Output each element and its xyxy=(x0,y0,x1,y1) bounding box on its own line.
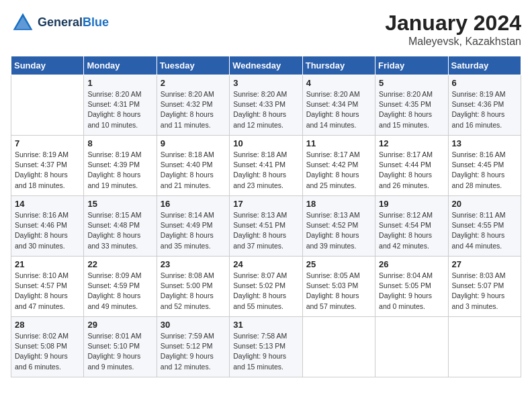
day-number: 21 xyxy=(15,259,80,269)
day-info: Sunrise: 8:20 AM Sunset: 4:31 PM Dayligh… xyxy=(87,89,152,130)
day-number: 26 xyxy=(379,259,444,269)
weekday-header-sunday: Sunday xyxy=(11,56,84,75)
day-info: Sunrise: 8:20 AM Sunset: 4:32 PM Dayligh… xyxy=(161,89,226,130)
day-number: 24 xyxy=(233,259,298,269)
day-number: 13 xyxy=(452,138,517,148)
day-number: 29 xyxy=(87,320,152,330)
calendar-cell xyxy=(302,317,375,377)
day-number: 12 xyxy=(379,138,444,148)
month-title: January 2024 xyxy=(385,11,521,36)
weekday-header-tuesday: Tuesday xyxy=(157,56,229,75)
logo-icon xyxy=(11,11,35,35)
day-number: 25 xyxy=(306,259,371,269)
day-info: Sunrise: 8:10 AM Sunset: 4:57 PM Dayligh… xyxy=(15,271,80,312)
calendar-cell: 4Sunrise: 8:20 AM Sunset: 4:34 PM Daylig… xyxy=(302,75,375,136)
calendar-week-row: 1Sunrise: 8:20 AM Sunset: 4:31 PM Daylig… xyxy=(11,75,521,136)
day-info: Sunrise: 8:17 AM Sunset: 4:42 PM Dayligh… xyxy=(306,150,371,191)
day-info: Sunrise: 8:09 AM Sunset: 4:59 PM Dayligh… xyxy=(87,271,152,312)
day-info: Sunrise: 8:12 AM Sunset: 4:54 PM Dayligh… xyxy=(379,210,444,251)
calendar-cell: 10Sunrise: 8:18 AM Sunset: 4:41 PM Dayli… xyxy=(230,136,302,196)
day-number: 23 xyxy=(161,259,226,269)
day-info: Sunrise: 8:07 AM Sunset: 5:02 PM Dayligh… xyxy=(233,271,298,312)
day-number: 2 xyxy=(161,78,226,88)
day-info: Sunrise: 7:59 AM Sunset: 5:12 PM Dayligh… xyxy=(161,331,226,372)
day-number: 15 xyxy=(87,199,152,209)
day-number: 28 xyxy=(15,320,80,330)
calendar-cell: 15Sunrise: 8:15 AM Sunset: 4:48 PM Dayli… xyxy=(84,196,157,257)
day-info: Sunrise: 8:08 AM Sunset: 5:00 PM Dayligh… xyxy=(161,271,226,312)
day-number: 1 xyxy=(87,78,152,88)
calendar-cell xyxy=(375,317,448,377)
calendar-cell: 1Sunrise: 8:20 AM Sunset: 4:31 PM Daylig… xyxy=(84,75,157,136)
day-info: Sunrise: 8:05 AM Sunset: 5:03 PM Dayligh… xyxy=(306,271,371,312)
calendar-cell: 30Sunrise: 7:59 AM Sunset: 5:12 PM Dayli… xyxy=(157,317,229,377)
day-number: 19 xyxy=(379,199,444,209)
calendar-cell: 2Sunrise: 8:20 AM Sunset: 4:32 PM Daylig… xyxy=(157,75,229,136)
calendar-cell: 12Sunrise: 8:17 AM Sunset: 4:44 PM Dayli… xyxy=(375,136,448,196)
calendar-cell: 8Sunrise: 8:19 AM Sunset: 4:39 PM Daylig… xyxy=(84,136,157,196)
weekday-header-saturday: Saturday xyxy=(448,56,521,75)
day-number: 30 xyxy=(161,320,226,330)
day-number: 7 xyxy=(15,138,80,148)
day-number: 14 xyxy=(15,199,80,209)
day-number: 31 xyxy=(233,320,298,330)
calendar-cell: 24Sunrise: 8:07 AM Sunset: 5:02 PM Dayli… xyxy=(230,257,302,317)
calendar-cell: 14Sunrise: 8:16 AM Sunset: 4:46 PM Dayli… xyxy=(11,196,84,257)
day-info: Sunrise: 8:03 AM Sunset: 5:07 PM Dayligh… xyxy=(452,271,517,312)
day-number: 22 xyxy=(87,259,152,269)
calendar-week-row: 14Sunrise: 8:16 AM Sunset: 4:46 PM Dayli… xyxy=(11,196,521,257)
day-number: 9 xyxy=(161,138,226,148)
day-number: 16 xyxy=(161,199,226,209)
calendar-cell: 5Sunrise: 8:20 AM Sunset: 4:35 PM Daylig… xyxy=(375,75,448,136)
day-info: Sunrise: 8:11 AM Sunset: 4:55 PM Dayligh… xyxy=(452,210,517,251)
day-info: Sunrise: 8:13 AM Sunset: 4:52 PM Dayligh… xyxy=(306,210,371,251)
calendar-table: SundayMondayTuesdayWednesdayThursdayFrid… xyxy=(11,56,521,377)
day-info: Sunrise: 8:18 AM Sunset: 4:40 PM Dayligh… xyxy=(161,150,226,191)
day-number: 4 xyxy=(306,78,371,88)
logo-text-general: GeneralBlue xyxy=(38,16,109,30)
day-info: Sunrise: 8:01 AM Sunset: 5:10 PM Dayligh… xyxy=(87,331,152,372)
day-info: Sunrise: 8:20 AM Sunset: 4:34 PM Dayligh… xyxy=(306,89,371,130)
day-info: Sunrise: 8:14 AM Sunset: 4:49 PM Dayligh… xyxy=(161,210,226,251)
calendar-cell: 9Sunrise: 8:18 AM Sunset: 4:40 PM Daylig… xyxy=(157,136,229,196)
day-number: 10 xyxy=(233,138,298,148)
day-info: Sunrise: 8:19 AM Sunset: 4:39 PM Dayligh… xyxy=(87,150,152,191)
day-info: Sunrise: 8:18 AM Sunset: 4:41 PM Dayligh… xyxy=(233,150,298,191)
day-info: Sunrise: 8:02 AM Sunset: 5:08 PM Dayligh… xyxy=(15,331,80,372)
calendar-cell: 23Sunrise: 8:08 AM Sunset: 5:00 PM Dayli… xyxy=(157,257,229,317)
day-info: Sunrise: 8:20 AM Sunset: 4:35 PM Dayligh… xyxy=(379,89,444,130)
calendar-cell: 11Sunrise: 8:17 AM Sunset: 4:42 PM Dayli… xyxy=(302,136,375,196)
calendar-week-row: 21Sunrise: 8:10 AM Sunset: 4:57 PM Dayli… xyxy=(11,257,521,317)
weekday-header-friday: Friday xyxy=(375,56,448,75)
day-info: Sunrise: 8:20 AM Sunset: 4:33 PM Dayligh… xyxy=(233,89,298,130)
calendar-cell xyxy=(11,75,84,136)
calendar-week-row: 7Sunrise: 8:19 AM Sunset: 4:37 PM Daylig… xyxy=(11,136,521,196)
weekday-header-thursday: Thursday xyxy=(302,56,375,75)
day-number: 3 xyxy=(233,78,298,88)
calendar-cell: 18Sunrise: 8:13 AM Sunset: 4:52 PM Dayli… xyxy=(302,196,375,257)
day-number: 8 xyxy=(87,138,152,148)
calendar-cell: 27Sunrise: 8:03 AM Sunset: 5:07 PM Dayli… xyxy=(448,257,521,317)
calendar-week-row: 28Sunrise: 8:02 AM Sunset: 5:08 PM Dayli… xyxy=(11,317,521,377)
title-block: January 2024 Maleyevsk, Kazakhstan xyxy=(385,11,521,48)
calendar-cell: 22Sunrise: 8:09 AM Sunset: 4:59 PM Dayli… xyxy=(84,257,157,317)
location: Maleyevsk, Kazakhstan xyxy=(385,36,521,48)
calendar-cell: 26Sunrise: 8:04 AM Sunset: 5:05 PM Dayli… xyxy=(375,257,448,317)
calendar-cell: 13Sunrise: 8:16 AM Sunset: 4:45 PM Dayli… xyxy=(448,136,521,196)
weekday-header-monday: Monday xyxy=(84,56,157,75)
day-number: 18 xyxy=(306,199,371,209)
day-number: 6 xyxy=(452,78,517,88)
calendar-cell: 25Sunrise: 8:05 AM Sunset: 5:03 PM Dayli… xyxy=(302,257,375,317)
calendar-cell: 6Sunrise: 8:19 AM Sunset: 4:36 PM Daylig… xyxy=(448,75,521,136)
day-number: 11 xyxy=(306,138,371,148)
day-info: Sunrise: 8:16 AM Sunset: 4:45 PM Dayligh… xyxy=(452,150,517,191)
day-number: 17 xyxy=(233,199,298,209)
calendar-cell: 29Sunrise: 8:01 AM Sunset: 5:10 PM Dayli… xyxy=(84,317,157,377)
day-number: 5 xyxy=(379,78,444,88)
weekday-header-wednesday: Wednesday xyxy=(230,56,302,75)
day-info: Sunrise: 7:58 AM Sunset: 5:13 PM Dayligh… xyxy=(233,331,298,372)
day-info: Sunrise: 8:04 AM Sunset: 5:05 PM Dayligh… xyxy=(379,271,444,312)
day-number: 27 xyxy=(452,259,517,269)
calendar-cell: 3Sunrise: 8:20 AM Sunset: 4:33 PM Daylig… xyxy=(230,75,302,136)
day-info: Sunrise: 8:19 AM Sunset: 4:36 PM Dayligh… xyxy=(452,89,517,130)
